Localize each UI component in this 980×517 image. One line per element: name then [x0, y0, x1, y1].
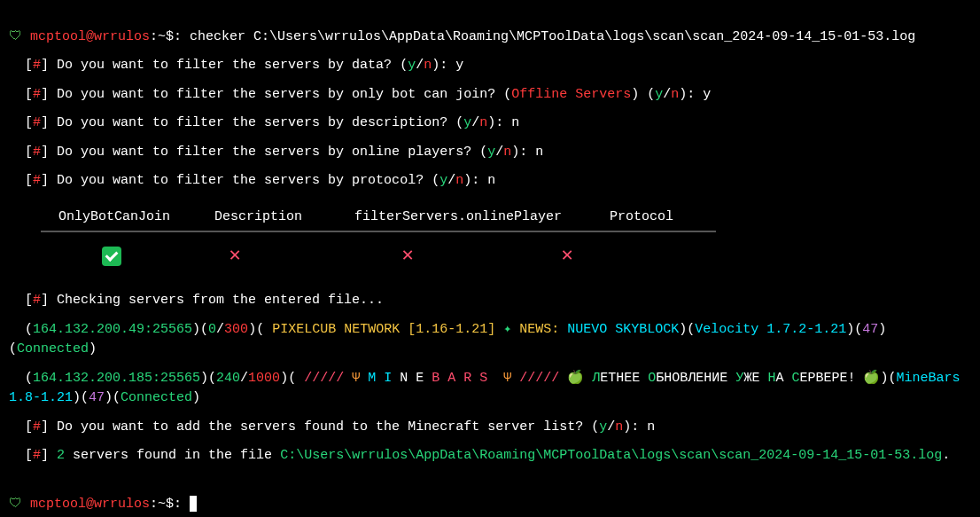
sep: )( — [280, 371, 296, 386]
server-result-2: (164.132.200.185:25565)(240/1000)( /////… — [9, 369, 971, 409]
n-option: n — [671, 87, 679, 102]
hash-icon: # — [33, 115, 41, 130]
motd-ru: ЕРВЕРЕ! — [799, 371, 863, 386]
motd-part: PIXELCUB NETWORK [1.16-1.21] — [264, 322, 503, 337]
answer: y — [703, 87, 711, 102]
bracket-open: [ — [9, 145, 33, 160]
sep: )( — [846, 322, 862, 337]
y-option: y — [463, 115, 471, 130]
check-icon — [102, 247, 121, 266]
motd-deco: ///// — [511, 371, 567, 386]
sep: )( — [200, 371, 216, 386]
bracket-open: [ — [9, 293, 33, 308]
bracket-close: ] — [41, 87, 57, 102]
shield-icon: 🛡 — [9, 497, 22, 512]
psi-icon: Ψ — [495, 371, 511, 386]
col-onlineplayer: filterServers.onlinePlayer — [342, 208, 597, 228]
sep: )( — [880, 371, 896, 386]
summary-text: servers found in the file — [65, 448, 280, 463]
prompt-sep: :~$: — [150, 29, 190, 44]
answer: n — [511, 115, 519, 130]
paren-open: ( — [479, 145, 487, 160]
hash-icon: # — [33, 173, 41, 188]
server-ip: 164.132.200.185:25565 — [33, 371, 200, 386]
server-protocol: 47 — [89, 390, 105, 405]
cross-icon: ✕ — [401, 241, 413, 270]
filter-table-row: ✕ ✕ ✕ — [41, 232, 716, 274]
prompt-line-final[interactable]: 🛡 mcptool@wrrulos:~$: — [9, 475, 971, 515]
slash: / — [216, 322, 224, 337]
sep: )( — [192, 322, 208, 337]
server-status: Connected — [17, 341, 89, 356]
paren-open: ( — [647, 87, 655, 102]
server-version: Velocity 1.7.2-1.21 — [695, 322, 846, 337]
paren-open: ( — [9, 322, 33, 337]
apple-icon: 🍏 — [567, 371, 584, 386]
motd-deco: ///// — [296, 371, 352, 386]
paren-open: ( — [591, 419, 599, 435]
cross-icon: ✕ — [561, 241, 572, 270]
slash: / — [495, 145, 503, 160]
y-option: y — [408, 58, 416, 73]
question-filter-players: [#] Do you want to filter the servers by… — [9, 143, 971, 163]
bracket-close: ] — [41, 293, 57, 308]
colon: : — [439, 58, 455, 73]
sep: )( — [248, 322, 264, 337]
offline-servers-label: Offline Servers — [511, 87, 631, 102]
hash-icon: # — [33, 419, 41, 435]
paren-close: ) — [432, 58, 439, 73]
cell-protocol: ✕ — [523, 241, 611, 270]
paren-close: ) — [487, 115, 495, 130]
bracket-close: ] — [41, 448, 57, 463]
paren-open: ( — [432, 173, 439, 188]
checking-text: Checking servers from the entered file..… — [57, 293, 384, 308]
checking-status: [#] Checking servers from the entered fi… — [9, 291, 971, 311]
slash: / — [447, 173, 455, 188]
slash: / — [471, 115, 479, 130]
hash-icon: # — [33, 58, 41, 73]
command-text: checker C:\Users\wrrulos\AppData\Roaming… — [190, 29, 915, 44]
slash: / — [607, 419, 615, 435]
paren-close: ) — [631, 87, 639, 102]
n-option: n — [479, 115, 487, 130]
sep: )( — [105, 390, 121, 405]
y-option: y — [655, 87, 663, 102]
motd-ru: БНОВЛЕНИЕ — [656, 371, 735, 386]
bracket-open: [ — [9, 58, 33, 73]
question-text: Do you want to filter the servers by des… — [57, 115, 455, 130]
summary-dot: . — [942, 448, 950, 463]
server-ip: 164.132.200.49:25565 — [33, 322, 192, 337]
cell-description: ✕ — [177, 241, 292, 270]
question-text: Do you want to add the servers found to … — [57, 419, 591, 435]
cell-onlineplayer: ✕ — [292, 241, 523, 270]
motd-part: NEWS: — [511, 322, 567, 337]
col-onlybotcanjoin: OnlyBotCanJoin — [46, 208, 202, 228]
question-text: Do you want to filter the servers by onl… — [57, 87, 503, 102]
psi-icon: Ψ — [352, 371, 368, 386]
paren-close: ) — [89, 341, 97, 356]
question-filter-bot: [#] Do you want to filter the servers by… — [9, 85, 971, 106]
colon: : — [471, 173, 487, 188]
star-icon: ✦ — [503, 322, 511, 337]
question-add-servers: [#] Do you want to add the servers found… — [9, 418, 971, 438]
sep: )( — [73, 390, 89, 405]
hash-icon: # — [33, 293, 41, 308]
paren-open: ( — [455, 115, 463, 130]
bracket-open: [ — [9, 115, 33, 130]
colon: : — [495, 115, 511, 130]
question-text: Do you want to filter the servers by pro… — [57, 173, 432, 188]
hash-icon: # — [33, 87, 41, 102]
motd-letter: I — [384, 371, 400, 386]
y-option: y — [599, 419, 607, 435]
bracket-open: [ — [9, 173, 33, 188]
slash: / — [416, 58, 424, 73]
question-text: Do you want to filter the servers by dat… — [57, 58, 400, 73]
prompt-sep: :~$: — [150, 497, 190, 512]
prompt-user: mcptool@wrrulos — [30, 29, 150, 44]
answer: y — [455, 58, 463, 73]
sep: )( — [679, 322, 695, 337]
col-description: Description — [202, 208, 342, 228]
question-filter-protocol: [#] Do you want to filter the servers by… — [9, 171, 971, 192]
paren-close: ) — [511, 145, 519, 160]
filter-summary-table: OnlyBotCanJoin Description filterServers… — [41, 204, 716, 276]
